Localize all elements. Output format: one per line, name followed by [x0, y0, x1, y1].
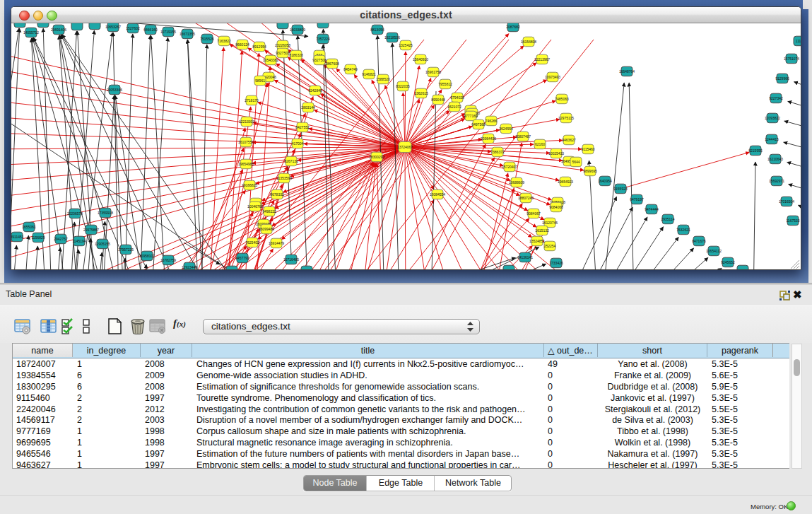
svg-text:15692971: 15692971: [769, 179, 784, 183]
svg-text:8267130: 8267130: [284, 159, 298, 163]
svg-text:7515526: 7515526: [200, 37, 214, 41]
svg-text:9242848: 9242848: [308, 88, 322, 93]
svg-text:98961: 98961: [255, 78, 265, 83]
svg-text:17016504: 17016504: [779, 199, 794, 204]
svg-text:10046766: 10046766: [247, 204, 263, 209]
svg-text:1733426: 1733426: [549, 261, 563, 265]
svg-text:8427552: 8427552: [295, 125, 310, 129]
svg-text:9146821: 9146821: [362, 72, 376, 76]
svg-text:16033809: 16033809: [290, 28, 305, 32]
svg-text:9245652: 9245652: [721, 260, 735, 264]
svg-text:8678332: 8678332: [270, 192, 284, 197]
svg-text:20206578: 20206578: [67, 211, 83, 216]
svg-text:10973493: 10973493: [545, 75, 560, 79]
svg-text:8990448: 8990448: [431, 98, 445, 102]
svg-text:29975887: 29975887: [83, 228, 99, 232]
svg-text:10654112: 10654112: [706, 249, 722, 253]
svg-text:7386372: 7386372: [490, 150, 505, 154]
svg-text:7485063: 7485063: [555, 97, 569, 101]
svg-text:19166825: 19166825: [242, 183, 257, 187]
svg-text:1167533: 1167533: [786, 218, 799, 223]
svg-text:7632621: 7632621: [676, 228, 690, 232]
svg-text:2718170: 2718170: [245, 98, 259, 103]
svg-text:1156829: 1156829: [31, 235, 45, 240]
svg-text:1527602: 1527602: [126, 26, 140, 30]
svg-text:12975115: 12975115: [558, 116, 574, 120]
svg-text:15640910: 15640910: [413, 57, 428, 62]
svg-text:9227342: 9227342: [769, 96, 783, 100]
svg-text:7625402: 7625402: [245, 240, 259, 245]
svg-text:16782759: 16782759: [160, 258, 176, 262]
svg-text:2935114: 2935114: [661, 217, 674, 221]
svg-text:19384554: 19384554: [430, 192, 445, 197]
svg-text:9327503: 9327503: [276, 51, 290, 55]
svg-text:11353594: 11353594: [276, 176, 292, 180]
svg-text:16648764: 16648764: [619, 69, 635, 74]
svg-text:9155923: 9155923: [613, 187, 628, 191]
svg-text:5644: 5644: [572, 160, 579, 164]
svg-text:18807249: 18807249: [518, 196, 534, 200]
svg-text:20691406: 20691406: [51, 28, 66, 32]
svg-text:16099489: 16099489: [259, 227, 274, 231]
svg-text:1588520: 1588520: [376, 77, 390, 81]
svg-text:12213303: 12213303: [239, 119, 254, 124]
svg-text:1621072: 1621072: [447, 105, 461, 109]
svg-text:10807487: 10807487: [515, 134, 531, 139]
svg-text:15720407: 15720407: [502, 165, 517, 169]
svg-text:8186328: 8186328: [289, 53, 303, 57]
svg-text:19654985: 19654985: [238, 162, 254, 166]
svg-text:9129966: 9129966: [775, 76, 789, 81]
svg-text:9115460: 9115460: [581, 147, 594, 151]
svg-text:14136141: 14136141: [517, 255, 533, 259]
svg-text:9777169: 9777169: [464, 114, 478, 118]
svg-text:1112: 1112: [796, 39, 801, 43]
svg-text:3911451: 3911451: [11, 235, 24, 239]
svg-text:1655061: 1655061: [22, 225, 36, 229]
svg-text:15751074: 15751074: [784, 57, 799, 61]
svg-text:14055712: 14055712: [23, 30, 39, 35]
svg-text:8660124: 8660124: [235, 42, 249, 47]
svg-text:1145194: 1145194: [72, 239, 86, 243]
svg-text:252254: 252254: [544, 244, 556, 248]
svg-text:16154808: 16154808: [521, 40, 536, 44]
svg-text:18300293: 18300293: [369, 155, 384, 159]
svg-text:417004: 417004: [292, 141, 304, 146]
svg-text:10958107: 10958107: [139, 254, 155, 258]
svg-text:8454749: 8454749: [343, 67, 358, 71]
svg-text:10025433: 10025433: [548, 151, 564, 156]
svg-text:16671355: 16671355: [180, 32, 195, 36]
svg-text:8471676: 8471676: [692, 239, 706, 243]
svg-text:1244415: 1244415: [765, 137, 779, 141]
svg-text:23226058: 23226058: [275, 43, 290, 47]
svg-text:9474444: 9474444: [645, 207, 659, 211]
svg-text:8912954: 8912954: [252, 45, 266, 49]
svg-text:7163822: 7163822: [217, 39, 231, 43]
svg-text:13524851: 13524851: [529, 239, 545, 243]
svg-text:8322035: 8322035: [396, 84, 410, 88]
svg-text:20364436: 20364436: [481, 136, 496, 141]
svg-text:12905155: 12905155: [95, 242, 110, 246]
svg-text:16914479: 16914479: [269, 241, 284, 245]
svg-text:16961758: 16961758: [425, 70, 441, 74]
svg-text:62160: 62160: [535, 142, 545, 146]
svg-text:10543382: 10543382: [263, 58, 278, 62]
svg-text:6466160: 6466160: [143, 28, 158, 32]
svg-text:1362615: 1362615: [414, 91, 428, 95]
svg-text:9084068: 9084068: [549, 205, 563, 209]
svg-text:9327508: 9327508: [312, 58, 326, 62]
svg-text:2087682: 2087682: [506, 25, 520, 29]
svg-text:1325425: 1325425: [399, 43, 413, 47]
svg-text:17957225: 17957225: [118, 247, 134, 252]
svg-text:746266: 746266: [486, 119, 498, 123]
svg-text:10653267: 10653267: [105, 25, 121, 29]
svg-text:20053346: 20053346: [107, 88, 122, 92]
svg-text:12923448: 12923448: [182, 265, 197, 269]
svg-text:12093822: 12093822: [765, 116, 780, 120]
svg-text:12213967: 12213967: [534, 57, 550, 62]
svg-text:10719155: 10719155: [160, 30, 176, 34]
svg-text:10688609: 10688609: [509, 180, 524, 185]
svg-text:17359918: 17359918: [98, 211, 113, 215]
svg-text:9463627: 9463627: [562, 138, 576, 142]
svg-text:9084067: 9084067: [526, 211, 541, 216]
svg-text:1615132: 1615132: [535, 228, 549, 233]
